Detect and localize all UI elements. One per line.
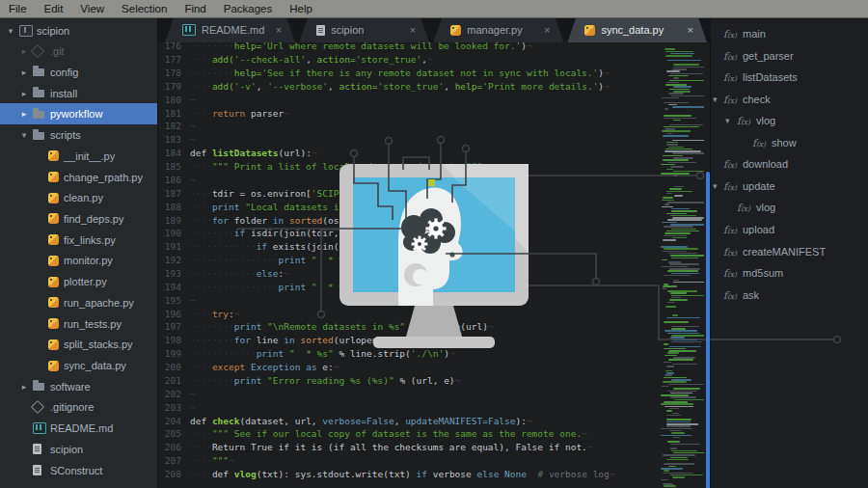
sidebar-item-sconstruct[interactable]: SConstruct	[0, 460, 157, 481]
sidebar-item-plotter-py[interactable]: plotter.py	[0, 271, 157, 292]
menu-view[interactable]: View	[71, 0, 113, 17]
tab-scipion[interactable]: scipion×	[299, 17, 429, 42]
code-line-207[interactable]: 207····"""¬	[158, 454, 234, 468]
symbol-upload[interactable]: f(x)upload	[711, 219, 868, 240]
minimap[interactable]	[660, 44, 704, 488]
sidebar-item-config[interactable]: ▸config	[0, 62, 157, 83]
code-line-186[interactable]: 186¬	[158, 174, 196, 187]
symbol-main[interactable]: f(x)main	[711, 23, 868, 44]
chevron-down-icon[interactable]: ▾	[6, 26, 15, 36]
scroll-indicator[interactable]	[706, 172, 710, 488]
code-line-194[interactable]: 194················print " * %s (not in …	[158, 281, 510, 294]
code-line-189[interactable]: 189····for folder in sorted(os.listdir(t…	[158, 214, 433, 228]
chevron-right-icon[interactable]: ▸	[19, 109, 29, 119]
code-line-204[interactable]: 204def check(dataset, url, verbose=False…	[158, 415, 532, 428]
chevron-down-icon[interactable]: ▾	[713, 95, 718, 104]
code-line-187[interactable]: 187····tdir = os.environ['SCIPION_TESTS'…	[158, 187, 405, 201]
code-line-205[interactable]: 205····""" See if our local copy of data…	[158, 427, 587, 441]
sidebar-item-scipion[interactable]: scipion	[0, 439, 157, 460]
sidebar-item-run-apache-py[interactable]: run_apache.py	[0, 292, 157, 313]
sidebar-item-pyworkflow[interactable]: ▸pyworkflow	[0, 103, 157, 124]
chevron-down-icon[interactable]: ▾	[19, 130, 29, 140]
tab-bar: README.md×scipion×manager.py×sync_data.p…	[158, 17, 711, 42]
sidebar-item-fix-links-py[interactable]: fix_links.py	[0, 230, 157, 251]
symbol-check[interactable]: ▾f(x)check	[711, 89, 868, 110]
code-line-182[interactable]: 182¬	[158, 120, 196, 133]
code-line-199[interactable]: 199············print " * %s" % line.stri…	[158, 347, 455, 361]
tab-manager-py[interactable]: manager.py×	[433, 17, 563, 42]
close-icon[interactable]: ×	[276, 24, 282, 36]
code-line-191[interactable]: 191············if exists(join(tdir, fold…	[158, 240, 494, 254]
code-line-198[interactable]: 198········for line in sorted(urlopen(ur…	[158, 334, 488, 347]
code-line-203[interactable]: 203¬	[158, 401, 196, 415]
code-line-202[interactable]: 202¬	[158, 388, 196, 401]
close-icon[interactable]: ×	[544, 24, 550, 36]
menu-find[interactable]: Find	[176, 0, 214, 17]
close-icon[interactable]: ×	[410, 24, 416, 36]
menu-selection[interactable]: Selection	[113, 0, 176, 17]
code-line-190[interactable]: 190········if isdir(join(tdir, folder)):…	[158, 227, 399, 240]
code-line-183[interactable]: 183¬	[158, 133, 196, 147]
tab-sync-data-py[interactable]: sync_data.py×	[567, 17, 707, 42]
code-line-206[interactable]: 206····Return True if it is (if all the …	[158, 441, 593, 454]
code-area[interactable]: 176········help='Url where remote datase…	[158, 17, 711, 488]
sidebar-item-scipion[interactable]: ▾scipion	[0, 20, 157, 41]
chevron-right-icon[interactable]: ▸	[19, 68, 29, 77]
code-line-185[interactable]: 185····""" Print a list of local and rem…	[158, 160, 488, 174]
sidebar-item-readme-md[interactable]: README.md	[0, 418, 157, 439]
code-line-197[interactable]: 197········print "\nRemote datasets in %…	[158, 320, 494, 334]
code-line-180[interactable]: 180¬	[158, 94, 196, 107]
symbol-createmanifest[interactable]: f(x)createMANIFEST	[711, 241, 868, 262]
sidebar-item-install[interactable]: ▸install	[0, 83, 157, 104]
symbol-update[interactable]: ▾f(x)update	[711, 176, 868, 197]
symbol-show[interactable]: f(x)show	[711, 132, 868, 153]
code-line-196[interactable]: 196····try:¬	[158, 308, 240, 321]
symbol-vlog[interactable]: f(x)vlog	[711, 197, 868, 218]
sidebar-item-scripts[interactable]: ▾scripts	[0, 124, 157, 146]
tab-readme-md[interactable]: README.md×	[165, 17, 295, 42]
minimap-line	[662, 97, 679, 99]
chevron-right-icon[interactable]: ▸	[19, 46, 29, 56]
menu-edit[interactable]: Edit	[36, 0, 72, 17]
code-token: ,	[328, 81, 339, 92]
sidebar-item-sync-data-py[interactable]: sync_data.py	[0, 355, 157, 376]
sidebar-item-run-tests-py[interactable]: run_tests.py	[0, 313, 157, 335]
code-line-178[interactable]: 178········help='See if there is any rem…	[158, 67, 610, 80]
symbol-vlog[interactable]: ▾f(x)vlog	[711, 110, 868, 131]
chevron-down-icon[interactable]: ▾	[713, 181, 718, 191]
code-line-192[interactable]: 192················print " * %s" % folde…	[158, 254, 411, 267]
code-line-179[interactable]: 179····add('-v', '--verbose', action='st…	[158, 80, 610, 94]
sidebar-item-git[interactable]: ▸.git	[0, 41, 157, 62]
chevron-right-icon[interactable]: ▸	[19, 89, 29, 98]
code-line-184[interactable]: 184def listDatasets(url):¬	[158, 147, 317, 160]
code-line-188[interactable]: 188····print "Local datasets in %s" % td…	[158, 201, 411, 214]
tree-item-label: sync_data.py	[64, 360, 126, 371]
symbol-md5sum[interactable]: f(x)md5sum	[711, 262, 868, 284]
symbol-ask[interactable]: f(x)ask	[711, 285, 868, 306]
close-icon[interactable]: ×	[688, 24, 693, 36]
code-line-181[interactable]: 181····return parser¬	[158, 107, 289, 121]
code-line-195[interactable]: 195¬	[158, 294, 196, 308]
sidebar-item-software[interactable]: ▸software	[0, 376, 157, 397]
chevron-right-icon[interactable]: ▸	[19, 382, 29, 392]
sidebar-item-init-py[interactable]: __init__.py	[0, 146, 157, 167]
sidebar-item-split-stacks-py[interactable]: split_stacks.py	[0, 334, 157, 355]
chevron-down-icon[interactable]: ▾	[725, 116, 730, 125]
sidebar-item-clean-py[interactable]: clean.py	[0, 187, 157, 208]
code-line-208[interactable]: 208····def vlog(txt): sys.stdout.write(t…	[158, 468, 615, 481]
menu-file[interactable]: File	[0, 0, 36, 17]
code-line-201[interactable]: 201········print "Error reading %s (%s)"…	[158, 374, 460, 388]
code-line-193[interactable]: 193············else:¬	[158, 267, 289, 281]
sidebar-item-change-rpath-py[interactable]: change_rpath.py	[0, 167, 157, 188]
menu-packages[interactable]: Packages	[215, 0, 282, 17]
minimap-line	[666, 142, 678, 144]
sidebar-item-gitignore[interactable]: .gitignore	[0, 396, 157, 418]
code-line-177[interactable]: 177····add('--check-all', action='store_…	[158, 53, 433, 67]
symbol-get-parser[interactable]: f(x)get_parser	[711, 45, 868, 67]
menu-help[interactable]: Help	[281, 0, 321, 17]
code-line-200[interactable]: 200····except Exception as e:¬	[158, 361, 339, 374]
sidebar-item-find-deps-py[interactable]: find_deps.py	[0, 208, 157, 230]
symbol-listdatasets[interactable]: f(x)listDatasets	[711, 67, 868, 88]
symbol-download[interactable]: f(x)download	[711, 153, 868, 175]
sidebar-item-monitor-py[interactable]: monitor.py	[0, 250, 157, 271]
